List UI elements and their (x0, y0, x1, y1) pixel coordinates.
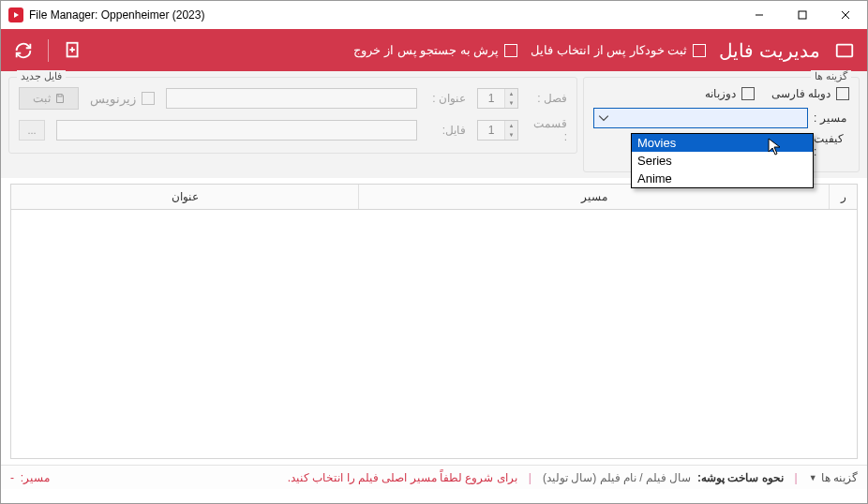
col-title-header[interactable]: عنوان (11, 185, 358, 209)
fullscreen-icon[interactable] (833, 39, 856, 62)
svg-line-3 (842, 11, 849, 19)
title-input[interactable] (166, 88, 417, 109)
window-title: File Manager: Oppenheimer (2023) (29, 8, 204, 22)
status-options[interactable]: گزینه ها ▼ (809, 471, 858, 484)
autosave-checkbox[interactable]: ثبت خودکار پس از انتخاب فایل (531, 43, 706, 57)
season-spinner[interactable]: ▲▼ 1 (477, 88, 518, 109)
dropdown-item-anime[interactable]: Anime (632, 170, 813, 187)
spinner-down-icon: ▼ (504, 98, 517, 108)
quality-label: کیفیت : (814, 132, 849, 158)
options-legend: گزینه ها (811, 70, 851, 82)
spinner-down-icon: ▼ (504, 130, 517, 140)
svg-rect-4 (837, 44, 853, 56)
add-file-icon[interactable] (62, 39, 84, 62)
path-label: مسیر : (814, 111, 849, 125)
save-icon (54, 93, 66, 104)
path-combobox[interactable] (593, 108, 808, 128)
subtitle-checkbox[interactable]: زیرنویس (90, 92, 155, 106)
minimize-button[interactable] (738, 1, 781, 29)
refresh-icon[interactable] (12, 39, 35, 62)
close-button[interactable] (824, 1, 867, 29)
toolbar-divider (48, 39, 49, 62)
svg-rect-1 (799, 11, 806, 19)
dubbed-checkbox[interactable]: دوبله فارسی (771, 87, 849, 100)
titlebar: File Manager: Oppenheimer (2023) (1, 1, 867, 29)
status-folder-pattern: نحوه ساخت پوشه: سال فیلم / نام فیلم (سال… (543, 471, 784, 484)
svg-line-2 (842, 11, 849, 19)
season-label: فصل : (530, 92, 567, 105)
dropdown-item-series[interactable]: Series (632, 152, 813, 170)
episode-label: قسمت : (530, 117, 567, 143)
browse-button[interactable]: ... (19, 120, 45, 141)
main-toolbar: مدیریت فایل ثبت خودکار پس از انتخاب فایل… (1, 29, 867, 71)
status-warning: برای شروع لطفاً مسیر اصلی فیلم را انتخاب… (288, 471, 517, 484)
file-input[interactable] (56, 120, 417, 141)
path-dropdown-popup: Movies Series Anime (631, 133, 814, 188)
svg-rect-8 (58, 95, 62, 97)
app-icon (8, 7, 23, 22)
grid-body (11, 210, 857, 458)
status-bar: گزینه ها ▼ | نحوه ساخت پوشه: سال فیلم / … (1, 465, 867, 489)
newfile-groupbox: فایل جدید فصل : ▲▼ 1 عنوان : زیرنویس ثبت… (8, 77, 577, 154)
file-label: فایل: (428, 124, 466, 137)
maximize-button[interactable] (781, 1, 824, 29)
title-label: عنوان : (428, 92, 466, 105)
col-row-header[interactable]: ر (829, 185, 857, 209)
jump-checkbox[interactable]: پرش به جستجو پس از خروج (353, 43, 517, 57)
toolbar-title: مدیریت فایل (719, 39, 820, 62)
spinner-up-icon: ▲ (504, 89, 517, 98)
dropdown-item-movies[interactable]: Movies (632, 134, 813, 152)
svg-rect-5 (67, 42, 78, 56)
submit-button[interactable]: ثبت (19, 87, 79, 110)
grid-header: ر مسیر عنوان (11, 185, 857, 210)
bilingual-checkbox[interactable]: دوزبانه (705, 87, 755, 100)
newfile-legend: فایل جدید (17, 70, 66, 82)
status-path: مسیر: - (10, 471, 50, 484)
episode-spinner[interactable]: ▲▼ 1 (477, 120, 518, 141)
spinner-up-icon: ▲ (504, 121, 517, 130)
files-grid: ر مسیر عنوان (10, 184, 858, 459)
